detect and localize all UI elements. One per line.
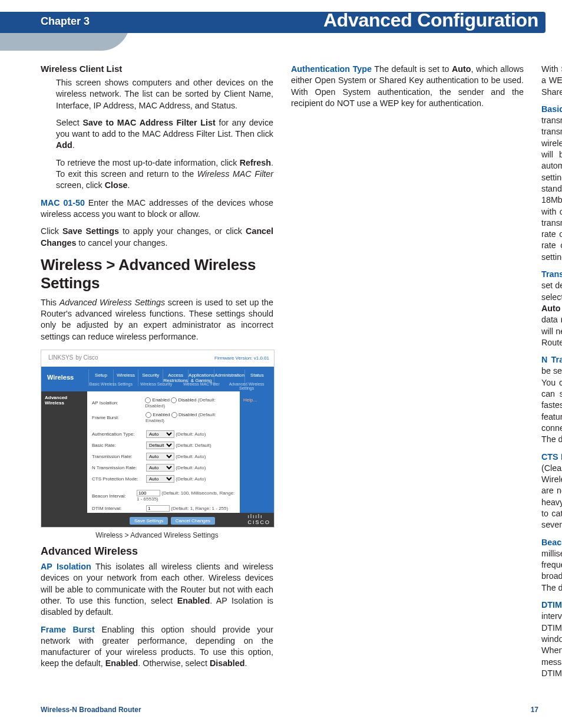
chapter-label: Chapter 3	[41, 15, 90, 28]
dtim-interval-paragraph: DTIM Interval This value, between 1 and …	[541, 599, 562, 679]
label-ap-isolation: AP Isolation	[41, 562, 91, 571]
label-dtim-interval: DTIM Interval	[541, 600, 562, 610]
figure-advanced-wireless: LINKSYSby Cisco Firmware Version: v1.0.0…	[41, 350, 273, 539]
wcl-paragraph-1: This screen shows computers and other de…	[41, 77, 273, 111]
label-n-transmission-rate: N Transmission Rate	[541, 355, 562, 364]
label-beacon-interval: Beacon Interval	[541, 538, 562, 547]
help-link[interactable]: Help...	[240, 391, 274, 409]
select-tx-rate[interactable]: Auto	[146, 453, 174, 460]
beacon-interval-paragraph: Beacon Interval Enter a value between 1 …	[541, 537, 562, 594]
label-cts-protection: CTS Protection Mode	[541, 452, 562, 462]
config-form: AP Isolation: Enabled Disabled (Default:…	[87, 391, 240, 513]
cisco-logo: ılıılıCISCO	[247, 513, 270, 525]
save-settings-button[interactable]: Save Settings	[130, 517, 168, 525]
mac-range-paragraph: MAC 01-50 Enter the MAC addresses of the…	[41, 197, 273, 220]
label-basic-rate: Basic Rate	[541, 104, 562, 114]
label-frame-burst: Frame Burst	[41, 625, 95, 634]
wcl-paragraph-2: Select Save to MAC Address Filter List f…	[41, 117, 273, 151]
heading-wireless-client-list: Wireless Client List	[41, 64, 273, 74]
n-transmission-rate-paragraph: N Transmission Rate The rate of data tra…	[541, 354, 562, 445]
frame-burst-paragraph: Frame Burst Enabling this option should …	[41, 624, 273, 670]
label-transmission-rate: Transmission Rate	[541, 269, 562, 279]
subtab-advanced[interactable]: Advanced Wireless Settings	[224, 381, 269, 391]
save-cancel-paragraph: Click Save Settings to apply your change…	[41, 226, 273, 249]
linksys-logo: LINKSYSby Cisco	[46, 353, 98, 361]
label-mac-01-50: MAC 01-50	[41, 198, 85, 207]
select-basic-rate[interactable]: Default	[146, 442, 174, 449]
select-n-tx-rate[interactable]: Auto	[146, 464, 174, 472]
subtab-mac-filter[interactable]: Wireless MAC Filter	[179, 381, 224, 391]
heading-advanced-wireless: Advanced Wireless	[41, 545, 273, 558]
page-body: Wireless Client List This screen shows c…	[41, 64, 524, 693]
cancel-changes-button[interactable]: Cancel Changes	[171, 517, 215, 525]
transmission-rate-paragraph: Transmission Rate The rate of data trans…	[541, 269, 562, 348]
label-auth-type: Authentication Type	[291, 64, 372, 74]
cts-protection-paragraph: CTS Protection Mode The Router will auto…	[541, 452, 562, 531]
input-beacon[interactable]	[137, 490, 160, 496]
main-tab-label: Wireless	[47, 374, 74, 381]
sub-tabs: Basic Wireless Settings Wireless Securit…	[88, 381, 269, 391]
auth-type-paragraph: Authentication Type The default is set t…	[291, 64, 524, 109]
basic-rate-paragraph: Basic Rate The Basic Rate setting is not…	[541, 104, 562, 263]
intro-paragraph: This Advanced Wireless Settings screen i…	[41, 297, 273, 342]
page-header: Chapter 3 Advanced Configuration	[0, 0, 562, 40]
screenshot-router-ui: LINKSYSby Cisco Firmware Version: v1.0.0…	[41, 350, 275, 528]
heading-advanced-wireless-settings: Wireless > Advanced Wireless Settings	[41, 256, 273, 292]
footer-product: Wireless-N Broadband Router	[41, 706, 141, 714]
ap-isolation-paragraph: AP Isolation This isolates all wireless …	[41, 561, 273, 618]
page-title: Advanced Configuration	[323, 9, 538, 31]
firmware-label: Firmware Version: v1.0.01	[214, 355, 269, 361]
select-auth[interactable]: Auto	[146, 430, 174, 438]
section-label: Advanced Wireless	[41, 391, 87, 406]
shared-key-paragraph: With Shared Key authentication, the send…	[541, 64, 562, 98]
subtab-basic[interactable]: Basic Wireless Settings	[88, 381, 134, 391]
select-cts[interactable]: Auto	[146, 475, 174, 483]
input-dtim[interactable]	[146, 505, 170, 512]
wcl-paragraph-3: To retrieve the most up-to-date informat…	[41, 157, 273, 192]
footer-page-number: 17	[531, 706, 538, 714]
page-footer: Wireless-N Broadband Router 17	[41, 706, 538, 714]
figure-caption: Wireless > Advanced Wireless Settings	[41, 531, 273, 539]
subtab-security[interactable]: Wireless Security	[134, 381, 179, 391]
